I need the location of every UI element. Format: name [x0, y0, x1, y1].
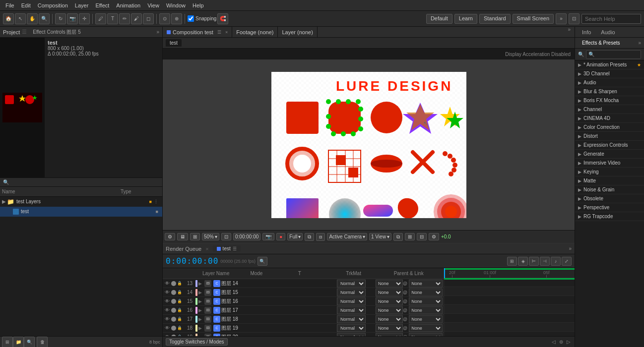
trkmat-select[interactable]: None — [376, 306, 403, 314]
comp-grid-btn[interactable]: ⊞ — [190, 233, 200, 240]
menu-file[interactable]: File — [2, 1, 18, 9]
track-row[interactable] — [444, 296, 575, 305]
settings2-btn[interactable]: ⚙ — [429, 233, 439, 240]
eye-toggle[interactable]: 👁 — [164, 316, 171, 323]
eye-toggle[interactable]: 👁 — [164, 289, 171, 296]
tool-rotate[interactable]: ↻ — [55, 13, 66, 24]
comp-settings-btn[interactable]: ⚙ — [165, 233, 175, 240]
color-btn[interactable]: ● — [276, 233, 285, 240]
effect-category-item[interactable]: ▶ Boris FX Mocha — [575, 96, 644, 105]
comp-tab-menu[interactable]: ☰ — [217, 30, 221, 35]
tool-camera[interactable]: 📷 — [67, 13, 78, 24]
comp-subtab-active[interactable]: test — [166, 39, 182, 47]
tool-roto[interactable]: ⊙ — [159, 13, 170, 24]
camera-dropdown[interactable]: Active Camera ▾ — [327, 233, 367, 240]
effect-category-item[interactable]: ▶ 3D Channel — [575, 69, 644, 78]
fit-screen[interactable]: ⊡ — [569, 13, 580, 24]
workspace-default[interactable]: Default — [426, 14, 452, 24]
tab-layer[interactable]: Layer (none) — [278, 27, 317, 37]
trkmat-select[interactable]: None — [376, 315, 403, 323]
tab-composition[interactable]: Composition test ☰ × — [163, 27, 232, 37]
menu-animation[interactable]: Animation — [113, 1, 144, 9]
eye-toggle[interactable]: 👁 — [164, 298, 171, 305]
lock-btn[interactable]: 🔒 — [177, 281, 182, 286]
layer-row[interactable]: 👁 🔒 15 ▶ 🖼 C 图层 16 Normal None @ None — [163, 297, 444, 306]
layer-expand-arrow[interactable]: ▶ — [198, 299, 203, 304]
new-folder-btn[interactable]: 📁 — [13, 337, 24, 347]
layer-mode-dropdown[interactable]: Normal — [337, 306, 367, 314]
mode-select[interactable]: Normal — [337, 306, 366, 314]
workspace-smallscreen[interactable]: Small Screen — [513, 14, 554, 24]
layer-expand-arrow[interactable]: ▶ — [198, 290, 203, 295]
workspace-more[interactable]: » — [556, 13, 567, 24]
effect-category-item[interactable]: ▶ CINEMA 4D — [575, 114, 644, 123]
menu-edit[interactable]: Edit — [18, 1, 34, 9]
lock-btn[interactable]: 🔒 — [177, 290, 182, 294]
delete-proj-btn[interactable]: 🗑 — [37, 337, 48, 347]
mode-select[interactable]: Normal — [337, 297, 366, 305]
effect-category-item[interactable]: ▶ Matte — [575, 176, 644, 185]
tl-tab-menu[interactable]: ☰ — [233, 246, 237, 251]
parent-select[interactable]: None — [409, 324, 443, 332]
effect-category-item[interactable]: ▶ * Animation Presets ★ — [575, 60, 644, 69]
parent-select[interactable]: None — [409, 289, 443, 296]
project-search-input[interactable] — [11, 179, 159, 185]
layout2-btn[interactable]: ⊞ — [405, 233, 415, 240]
mode-select[interactable]: Normal — [337, 315, 366, 323]
lock-btn[interactable]: 🔒 — [177, 308, 182, 312]
search-input[interactable] — [581, 14, 641, 24]
tl-compose-btn[interactable]: ⊞ — [507, 257, 517, 266]
trkmat-select[interactable]: None — [376, 289, 403, 296]
layer-row[interactable]: 👁 🔒 19 ▶ 🖼 C 图层 20 Normal None @ None — [163, 333, 444, 336]
view-dropdown[interactable]: 1 View ▾ — [369, 233, 391, 240]
tl-motion-btn[interactable]: ◈ — [518, 257, 528, 266]
tl-trim-btn[interactable]: ⊢ — [529, 257, 539, 266]
track-row[interactable] — [444, 305, 575, 314]
effect-category-item[interactable]: ▶ Immersive Video — [575, 159, 644, 168]
panel-expand[interactable]: » — [564, 27, 575, 37]
snapping-checkbox[interactable] — [188, 15, 194, 22]
layer-row[interactable]: 👁 🔒 14 ▶ 🖼 C 图层 15 Normal None @ None — [163, 288, 444, 297]
rp-tab-effects[interactable]: Effects & Presets — [578, 39, 624, 47]
eye-toggle[interactable]: 👁 — [164, 280, 171, 287]
track-row[interactable] — [444, 323, 575, 332]
effects-search-input[interactable] — [586, 50, 641, 59]
tl-bottom-btn3[interactable]: ▷ — [567, 339, 571, 345]
menu-help[interactable]: Help — [189, 1, 207, 9]
effect-category-item[interactable]: ▶ Obsolete — [575, 194, 644, 203]
tl-expand[interactable]: » — [569, 246, 572, 251]
mode-select[interactable]: Normal — [337, 324, 366, 332]
menu-composition[interactable]: Composition — [34, 1, 71, 9]
rp-tab-info[interactable]: Info — [578, 28, 595, 36]
solo-btn[interactable] — [171, 290, 176, 295]
new-item-btn[interactable]: ⊞ — [2, 337, 13, 347]
effect-category-item[interactable]: ▶ Expression Controls — [575, 141, 644, 150]
effect-category-item[interactable]: ▶ Noise & Grain — [575, 185, 644, 194]
trkmat-select[interactable]: None — [376, 297, 403, 305]
tl-bottom-btn1[interactable]: ◁ — [552, 339, 556, 345]
effect-category-item[interactable]: ▶ RG Trapcode — [575, 212, 644, 221]
tool-text[interactable]: T — [107, 13, 118, 24]
layer-mode-dropdown[interactable]: Normal — [337, 280, 367, 288]
trkmat-select[interactable]: None — [376, 280, 403, 288]
menu-view[interactable]: View — [144, 1, 163, 9]
tool-puppet[interactable]: ⊕ — [171, 13, 182, 24]
lock-btn[interactable]: 🔒 — [177, 299, 182, 303]
project-tab[interactable]: Project — [3, 29, 20, 35]
grid2-btn[interactable]: ⊟ — [417, 233, 427, 240]
layer-expand-arrow[interactable]: ▶ — [198, 281, 203, 286]
timeline-time-display[interactable]: 0:00:00:00 — [166, 256, 218, 266]
layer-mode-dropdown[interactable]: Normal — [337, 324, 367, 332]
toggle-switches-btn[interactable]: Toggle Switches / Modes — [166, 338, 228, 346]
tool-brush[interactable]: ✏ — [119, 13, 130, 24]
mode-select[interactable]: Normal — [337, 289, 366, 296]
tool-eraser[interactable]: ◻ — [143, 13, 154, 24]
layer-row[interactable]: 👁 🔒 17 ▶ 🖼 C 图层 18 Normal None @ None — [163, 315, 444, 324]
workspace-learn[interactable]: Learn — [454, 14, 477, 24]
parent-select[interactable]: None — [409, 315, 443, 323]
comp-view-btn[interactable]: 🖥 — [177, 233, 188, 240]
quality-dropdown[interactable]: Full ▾ — [287, 233, 303, 240]
effect-category-item[interactable]: ▶ Color Correction — [575, 123, 644, 132]
solo-btn[interactable] — [171, 281, 176, 286]
eye-toggle[interactable]: 👁 — [164, 307, 171, 314]
